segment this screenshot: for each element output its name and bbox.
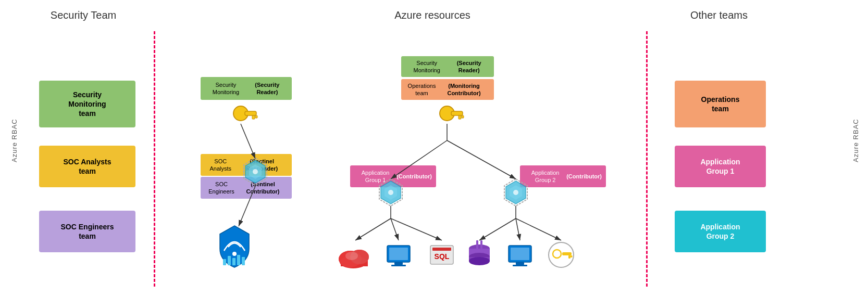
cloud-icon — [339, 250, 369, 268]
svg-point-40 — [469, 244, 490, 253]
app-group-2-box: ApplicationGroup 2 — [675, 211, 766, 252]
svg-rect-21 — [223, 259, 226, 265]
svg-point-53 — [553, 250, 561, 258]
svg-point-14 — [388, 190, 393, 195]
svg-text:SQL: SQL — [435, 252, 450, 261]
operations-monitoring-contributor: Operations team(Monitoring Contributor) — [401, 79, 494, 100]
svg-line-68 — [479, 218, 516, 240]
svg-rect-55 — [568, 255, 571, 259]
security-monitoring-team-box: SecurityMonitoringteam — [39, 81, 135, 127]
svg-line-69 — [516, 218, 520, 240]
diagram-container: Security Team Azure resources Other team… — [0, 0, 868, 297]
svg-rect-48 — [511, 248, 529, 260]
svg-line-62 — [447, 140, 516, 179]
svg-line-58 — [241, 124, 255, 159]
svg-rect-43 — [469, 257, 490, 261]
key-icon-left — [233, 106, 257, 121]
security-team-header: Security Team — [16, 9, 151, 21]
svg-point-32 — [345, 252, 358, 260]
sentinel-shield-icon — [220, 226, 249, 267]
operations-team-box: Operationsteam — [675, 81, 766, 127]
svg-rect-47 — [509, 246, 531, 262]
svg-rect-24 — [237, 255, 240, 265]
sql-icon: SQL — [430, 246, 453, 264]
svg-rect-29 — [341, 260, 368, 266]
svg-rect-3 — [255, 115, 257, 118]
right-dashed-divider — [646, 31, 648, 287]
svg-rect-39 — [432, 248, 451, 251]
svg-line-65 — [391, 218, 399, 240]
app-group-1-box: ApplicationGroup 1 — [675, 146, 766, 187]
svg-rect-23 — [232, 258, 235, 265]
svg-point-28 — [340, 256, 367, 268]
svg-marker-13 — [385, 185, 397, 200]
soc-engineers-team-box: SOC Engineersteam — [39, 211, 135, 252]
svg-rect-34 — [389, 248, 408, 260]
svg-rect-46 — [480, 240, 482, 249]
app-group-1-contributor: Application Group 1(Contributor) — [350, 165, 436, 187]
svg-rect-41 — [469, 249, 490, 257]
svg-rect-36 — [391, 265, 406, 266]
soc-analysts-team-box: SOC Analyststeam — [39, 146, 135, 187]
svg-marker-17 — [510, 185, 522, 200]
svg-point-27 — [350, 250, 369, 264]
svg-line-70 — [516, 218, 561, 240]
svg-point-31 — [350, 250, 369, 264]
svg-rect-6 — [458, 115, 461, 119]
svg-rect-50 — [513, 265, 527, 266]
svg-point-26 — [339, 251, 362, 267]
svg-rect-35 — [394, 262, 403, 265]
key-circle-icon — [549, 242, 574, 267]
svg-point-30 — [339, 251, 362, 267]
svg-rect-33 — [387, 246, 410, 262]
right-rbac-label: Azure RBAC — [852, 62, 860, 218]
svg-point-20 — [232, 252, 237, 256]
app-group-2-contributor: Application Group 2(Contributor) — [520, 165, 606, 187]
other-teams-header: Other teams — [646, 9, 792, 21]
svg-point-0 — [233, 106, 248, 121]
svg-point-4 — [440, 106, 454, 121]
svg-line-64 — [355, 218, 391, 240]
svg-rect-49 — [516, 262, 524, 265]
svg-point-44 — [469, 257, 490, 265]
svg-rect-54 — [562, 252, 572, 255]
svg-rect-2 — [252, 115, 255, 119]
svg-rect-45 — [476, 240, 478, 249]
database-icon — [469, 240, 490, 265]
security-reader-role-left: Security Monitoring(Security Reader) — [201, 77, 292, 100]
svg-rect-37 — [430, 246, 453, 264]
sentinel-responder-role: SOC Analysts(Sentinel Responder) — [201, 154, 292, 176]
svg-rect-7 — [462, 115, 464, 118]
svg-line-66 — [391, 218, 442, 240]
security-monitoring-reader-center: Security Monitoring(Security Reader) — [401, 56, 494, 77]
left-rbac-label: Azure RBAC — [10, 62, 18, 218]
svg-rect-22 — [228, 256, 231, 265]
left-dashed-divider — [154, 31, 155, 287]
monitor-icon-center — [387, 246, 410, 266]
svg-point-42 — [469, 253, 490, 261]
sentinel-contributor-role: SOC Engineers(Sentinel Contributor) — [201, 177, 292, 199]
svg-point-51 — [549, 242, 574, 267]
key-icon-center — [440, 106, 464, 121]
svg-rect-56 — [571, 255, 573, 257]
monitor-icon-right — [509, 246, 531, 266]
azure-resources-header: Azure resources — [302, 9, 563, 21]
svg-rect-25 — [242, 257, 245, 265]
svg-rect-5 — [451, 111, 463, 115]
svg-point-18 — [513, 190, 518, 195]
svg-rect-1 — [245, 111, 256, 115]
